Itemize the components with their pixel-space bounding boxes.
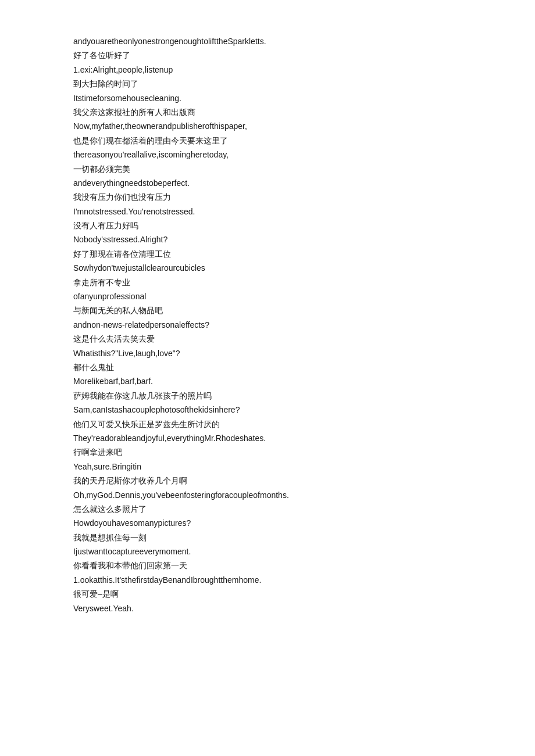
text-line-12: I'mnotstressed.You'renotstressed.: [73, 205, 462, 218]
text-line-39: 很可爱–是啊: [73, 587, 462, 600]
text-line-37: 你看看我和本带他们回家第一天: [73, 559, 462, 572]
text-line-8: thereasonyou'reallalive,iscomingheretoda…: [73, 148, 462, 161]
text-line-2: 1.exi:Alright,people,listenup: [73, 63, 462, 76]
text-line-22: Whatisthis?"Live,laugh,love"?: [73, 347, 462, 360]
text-line-35: 我就是想抓住每一刻: [73, 531, 462, 544]
text-line-13: 没有人有压力好吗: [73, 219, 462, 232]
text-line-9: 一切都必须完美: [73, 163, 462, 175]
text-line-31: 我的天丹尼斯你才收养几个月啊: [73, 474, 462, 487]
text-line-3: 到大扫除的时间了: [73, 77, 462, 90]
text-line-24: Morelikebarf,barf,barf.: [73, 375, 462, 388]
text-line-19: 与新闻无关的私人物品吧: [73, 304, 462, 317]
text-line-4: Itstimeforsomehousecleaning.: [73, 92, 462, 105]
text-line-11: 我没有压力你们也没有压力: [73, 191, 462, 203]
text-line-20: andnon-news-relatedpersonaleffects?: [73, 318, 462, 331]
text-line-30: Yeah,sure.Bringitin: [73, 460, 462, 473]
text-line-6: Now,myfather,theownerandpublisherofthisp…: [73, 120, 462, 132]
text-line-15: 好了那现在请各位清理工位: [73, 248, 462, 260]
text-line-38: 1.ookatthis.It'sthefirstdayBenandIbrough…: [73, 574, 462, 586]
text-line-29: 行啊拿进来吧: [73, 446, 462, 458]
text-line-23: 都什么鬼扯: [73, 361, 462, 374]
text-line-26: Sam,canIstashacouplephotosofthekidsinher…: [73, 403, 462, 416]
content-area: andyouaretheonlyonestrongenoughtoliftthe…: [73, 35, 462, 615]
text-line-17: 拿走所有不专业: [73, 276, 462, 289]
text-line-16: Sowhydon'twejustallclearourcubicles: [73, 261, 462, 274]
text-line-1: 好了各位听好了: [73, 49, 462, 62]
text-line-5: 我父亲这家报社的所有人和出版商: [73, 106, 462, 119]
text-line-0: andyouaretheonlyonestrongenoughtoliftthe…: [73, 35, 462, 48]
text-line-34: Howdoyouhavesomanypictures?: [73, 517, 462, 529]
text-line-32: Oh,myGod.Dennis,you'vebeenfosteringforac…: [73, 489, 462, 501]
text-line-33: 怎么就这么多照片了: [73, 503, 462, 515]
text-line-18: ofanyunprofessional: [73, 290, 462, 303]
text-line-40: Verysweet.Yeah.: [73, 602, 462, 615]
text-line-7: 也是你们现在都活着的理由今天要来这里了: [73, 134, 462, 147]
text-line-25: 萨姆我能在你这几放几张孩子的照片吗: [73, 389, 462, 402]
text-line-10: andeverythingneedstobeperfect.: [73, 177, 462, 189]
text-line-28: They'readorableandjoyful,everythingMr.Rh…: [73, 432, 462, 445]
text-line-14: Nobody'sstressed.Alright?: [73, 233, 462, 246]
text-line-27: 他们又可爱又快乐正是罗兹先生所讨厌的: [73, 418, 462, 431]
text-line-36: Ijustwanttocaptureeverymoment.: [73, 545, 462, 558]
text-line-21: 这是什么去活去笑去爱: [73, 332, 462, 345]
